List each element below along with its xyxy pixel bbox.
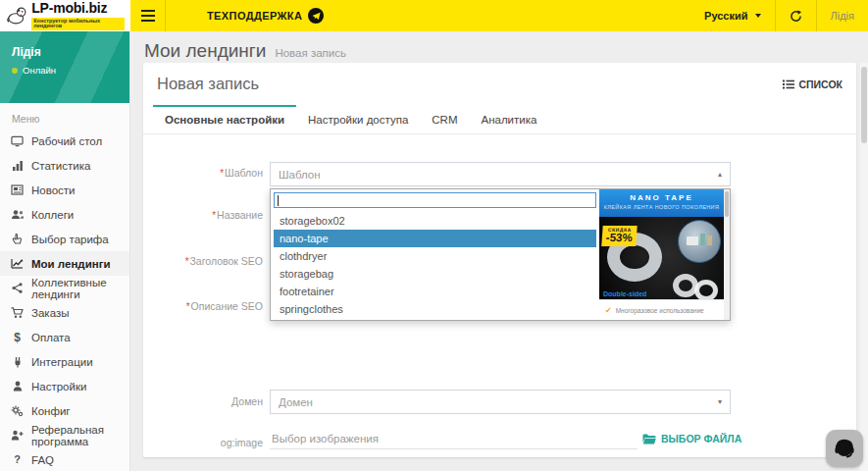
tab-access-settings[interactable]: Настройки доступа	[296, 107, 420, 133]
sidebar-item-config[interactable]: Конфиг	[0, 398, 129, 423]
language-dropdown[interactable]: Русский	[690, 0, 774, 31]
folder-icon	[642, 434, 656, 445]
preview-feature: Многоразовое использование	[616, 307, 704, 314]
preview-product-image: СКИДКА -53% Double-sided	[599, 217, 724, 299]
name-label: *Название	[147, 209, 263, 221]
option-nano-tape[interactable]: nano-tape	[274, 230, 596, 247]
option-springclothes[interactable]: springclothes	[274, 300, 596, 318]
sidebar-item-faq[interactable]: ? FAQ	[0, 447, 129, 471]
sidebar-item-label: Реферальная программа	[31, 424, 120, 447]
support-button[interactable]: ТЕХПОДДЕРЖКА	[207, 0, 324, 31]
sidebar-item-integrations[interactable]: Интеграции	[0, 349, 129, 374]
support-chat-button[interactable]	[826, 430, 863, 467]
template-options: storagebox02 nano-tape clothdryer storag…	[274, 212, 596, 318]
sidebar-item-label: Выбор тарифа	[31, 234, 109, 245]
preview-scrollbar[interactable]	[724, 189, 730, 320]
sidebar-item-desktop[interactable]: Рабочий стол	[0, 129, 129, 153]
sidebar-item-label: Статистика	[31, 160, 90, 172]
headset-icon	[833, 437, 856, 460]
sidebar-item-referral[interactable]: Реферальная программа	[0, 423, 129, 447]
gears-icon	[10, 405, 25, 417]
sidebar-item-label: Интеграции	[31, 356, 93, 368]
tape-roll-small	[694, 280, 718, 301]
sidebar-item-label: Рабочий стол	[31, 135, 102, 147]
option-footretainer[interactable]: footretainer	[274, 283, 596, 300]
menu-label: Меню	[0, 103, 129, 129]
sidebar-item-label: Заказы	[31, 307, 69, 319]
user-profile-panel: Лідія Онлайн	[0, 31, 129, 103]
card-title: Новая запись	[157, 75, 259, 93]
hamburger-icon[interactable]	[130, 0, 166, 31]
preview-title: NANO TAPE	[599, 193, 724, 202]
sidebar-item-label: Оплата	[31, 332, 71, 343]
domain-select[interactable]: Домен ▾	[270, 390, 731, 414]
page-scrollbar[interactable]	[860, 63, 868, 471]
sidebar-item-colleagues[interactable]: Коллеги	[0, 202, 129, 227]
dollar-icon: $	[10, 332, 25, 343]
main-content: Мои лендинги Новая запись Новая запись С…	[130, 31, 868, 471]
line-chart-icon	[10, 258, 25, 269]
sidebar-item-label: Конфиг	[31, 405, 71, 417]
telegram-icon	[308, 8, 324, 24]
preview-inset-photo	[678, 220, 721, 263]
og-image-label: og:image	[147, 437, 263, 448]
sidebar: Лідія Онлайн Меню Рабочий стол Статистик…	[0, 31, 130, 471]
tab-main-settings[interactable]: Основные настройки	[153, 105, 296, 133]
sidebar-item-label: Коллеги	[31, 209, 74, 221]
og-image-input[interactable]	[270, 429, 638, 449]
option-storagebag[interactable]: storagebag	[274, 265, 596, 283]
logo[interactable]: LP-mobi.biz Конструктор мобильных лендин…	[0, 0, 130, 31]
user-menu[interactable]: Лідія	[817, 0, 868, 31]
list-button[interactable]: СПИСОК	[783, 78, 842, 90]
sidebar-item-my-landings[interactable]: Мои лендинги	[0, 251, 129, 276]
form: *Шаблон Шаблон ▴ *Название *Заголовок SE…	[143, 134, 856, 458]
sidebar-item-news[interactable]: Новости	[0, 178, 129, 202]
caret-down-icon	[755, 14, 761, 18]
choose-file-button[interactable]: ВЫБОР ФАЙЛА	[642, 433, 741, 445]
text-cursor	[278, 195, 279, 206]
sidebar-item-tariff[interactable]: Выбор тарифа	[0, 227, 129, 251]
caret-icon: ▴	[718, 170, 722, 179]
new-record-card: Новая запись СПИСОК Основные настройки Н…	[143, 63, 856, 457]
cart-icon	[10, 307, 25, 319]
template-select-placeholder: Шаблон	[279, 169, 321, 181]
hand-pointer-icon	[10, 234, 25, 245]
option-clothdryer[interactable]: clothdryer	[274, 247, 596, 265]
sidebar-item-orders[interactable]: Заказы	[0, 300, 129, 325]
template-label: *Шаблон	[147, 167, 263, 179]
breadcrumb: Новая запись	[275, 47, 346, 59]
sidebar-item-label: Коллективные лендинги	[31, 277, 120, 300]
sidebar-item-statistics[interactable]: Статистика	[0, 153, 129, 178]
sidebar-item-label: Мои лендинги	[31, 258, 111, 270]
language-label: Русский	[704, 10, 747, 22]
sidebar-item-collective-landings[interactable]: Коллективные лендинги	[0, 276, 129, 300]
dog-logo-icon	[6, 5, 27, 26]
refresh-button[interactable]	[776, 0, 816, 31]
template-select[interactable]: Шаблон ▴	[270, 162, 731, 186]
tab-analytics[interactable]: Аналитика	[469, 107, 548, 133]
user-icon	[10, 381, 25, 392]
preview-subtitle: КЛЕЙКАЯ ЛЕНТА НОВОГО ПОКОЛЕНИЯ	[599, 204, 724, 210]
template-dropdown-panel: storagebox02 nano-tape clothdryer storag…	[270, 188, 731, 321]
profile-status: Онлайн	[23, 65, 56, 76]
sidebar-item-label: Новости	[31, 184, 76, 196]
user-name: Лідія	[831, 10, 854, 22]
sidebar-menu: Рабочий стол Статистика Новости Коллеги …	[0, 129, 129, 471]
page-title: Мои лендинги	[144, 40, 266, 62]
top-bar: LP-mobi.biz Конструктор мобильных лендин…	[0, 0, 868, 31]
template-preview: NANO TAPE КЛЕЙКАЯ ЛЕНТА НОВОГО ПОКОЛЕНИЯ…	[599, 189, 724, 320]
discount-badge: СКИДКА -53%	[601, 226, 637, 246]
option-storagebox02[interactable]: storagebox02	[274, 212, 596, 230]
sidebar-item-payment[interactable]: $ Оплата	[0, 325, 129, 349]
sidebar-item-label: Настройки	[31, 381, 86, 392]
tabs: Основные настройки Настройки доступа CRM…	[143, 97, 856, 134]
template-search-input[interactable]	[274, 192, 596, 208]
plug-icon	[10, 356, 25, 368]
news-icon	[10, 184, 25, 195]
bar-chart-icon	[10, 160, 25, 172]
profile-name: Лідія	[12, 45, 118, 59]
sidebar-item-label: FAQ	[31, 454, 54, 466]
share-icon	[10, 283, 25, 293]
tab-crm[interactable]: CRM	[420, 107, 469, 133]
sidebar-item-settings[interactable]: Настройки	[0, 374, 129, 398]
